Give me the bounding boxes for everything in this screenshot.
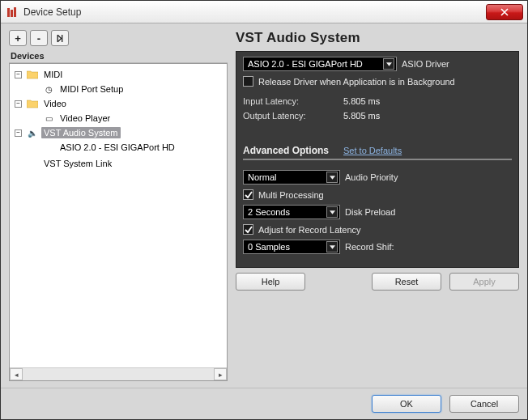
- blank-icon: [43, 142, 54, 153]
- blank-icon: [27, 158, 38, 169]
- help-button[interactable]: Help: [236, 273, 305, 291]
- reset-button[interactable]: Reset: [372, 273, 441, 291]
- close-button[interactable]: [486, 4, 523, 20]
- titlebar: Device Setup: [1, 1, 527, 23]
- collapse-icon[interactable]: −: [15, 71, 22, 78]
- chevron-down-icon: [326, 172, 338, 183]
- record-shift-select[interactable]: 0 Samples: [243, 240, 340, 254]
- ok-button[interactable]: OK: [372, 395, 441, 413]
- input-latency-value: 5.805 ms: [343, 96, 380, 106]
- svg-rect-0: [7, 8, 10, 17]
- tree-node-asio-driver[interactable]: ASIO 2.0 - ESI GIGAPort HD: [31, 142, 177, 153]
- release-driver-checkbox[interactable]: [243, 76, 253, 87]
- folder-icon: [27, 69, 38, 80]
- tree-node-video[interactable]: − Video: [15, 98, 69, 109]
- audio-device-icon: 🔈: [27, 127, 38, 138]
- devices-tree-wrap: − MIDI: [9, 63, 228, 381]
- scroll-right-button[interactable]: ▸: [214, 368, 227, 380]
- tree-node-midi-port-setup[interactable]: ◷ MIDI Port Setup: [31, 83, 126, 95]
- chevron-down-icon: [326, 241, 338, 252]
- panel-button-row: Help Reset Apply: [236, 273, 519, 291]
- tree-node-midi[interactable]: − MIDI: [15, 69, 65, 80]
- advanced-options-title: Advanced Options: [243, 145, 329, 156]
- disk-preload-value: 2 Seconds: [248, 207, 290, 217]
- left-column: + - Devices −: [9, 30, 228, 381]
- chevron-down-icon: [326, 206, 338, 218]
- dialog-footer: OK Cancel: [1, 388, 527, 419]
- scroll-left-button[interactable]: ◂: [10, 368, 23, 380]
- chevron-down-icon: [383, 58, 394, 70]
- advanced-header: Advanced Options Set to Defaults: [243, 145, 512, 160]
- devices-header: Devices: [9, 49, 228, 63]
- devices-tree[interactable]: − MIDI: [10, 64, 227, 367]
- asio-driver-label: ASIO Driver: [402, 59, 449, 69]
- vst-settings-panel: ASIO 2.0 - ESI GIGAPort HD ASIO Driver R…: [236, 51, 519, 268]
- record-shift-label: Record Shif:: [345, 242, 394, 252]
- tree-label: MIDI: [41, 69, 65, 80]
- right-column: VST Audio System ASIO 2.0 - ESI GIGAPort…: [236, 30, 519, 381]
- apply-button: Apply: [449, 273, 519, 291]
- multi-processing-label: Multi Processing: [258, 190, 324, 200]
- remove-device-button[interactable]: -: [30, 30, 48, 46]
- output-latency-label: Output Latency:: [243, 111, 324, 121]
- device-setup-window: Device Setup + - Devices: [0, 0, 528, 420]
- svg-rect-1: [11, 10, 13, 17]
- collapse-icon[interactable]: −: [15, 100, 22, 108]
- plus-icon: +: [15, 32, 21, 45]
- midi-port-icon: ◷: [43, 83, 54, 95]
- adjust-record-latency-label: Adjust for Record Latency: [258, 225, 361, 235]
- asio-driver-select[interactable]: ASIO 2.0 - ESI GIGAPort HD: [243, 57, 397, 71]
- disk-preload-select[interactable]: 2 Seconds: [243, 205, 340, 219]
- tree-label: MIDI Port Setup: [57, 83, 126, 95]
- audio-priority-value: Normal: [248, 172, 276, 182]
- minus-icon: -: [37, 32, 40, 45]
- tree-label: ASIO 2.0 - ESI GIGAPort HD: [57, 142, 177, 153]
- tree-label: VST System Link: [41, 158, 114, 169]
- disk-preload-label: Disk Preload: [345, 207, 395, 217]
- asio-driver-value: ASIO 2.0 - ESI GIGAPort HD: [248, 59, 363, 69]
- tree-h-scrollbar[interactable]: ◂ ▸: [10, 367, 227, 380]
- app-icon: [6, 6, 19, 19]
- folder-icon: [27, 98, 38, 109]
- audio-priority-select[interactable]: Normal: [243, 170, 340, 185]
- output-latency-value: 5.805 ms: [343, 111, 380, 121]
- set-to-defaults-link[interactable]: Set to Defaults: [343, 146, 402, 155]
- video-player-icon: ▭: [43, 112, 54, 124]
- panel-title: VST Audio System: [236, 30, 519, 46]
- scroll-track[interactable]: [23, 368, 214, 380]
- add-device-button[interactable]: +: [9, 30, 27, 46]
- tree-node-vst-audio-system[interactable]: − 🔈 VST Audio System: [15, 127, 121, 138]
- window-title: Device Setup: [23, 6, 486, 18]
- tree-label: Video Player: [57, 112, 113, 124]
- audio-priority-label: Audio Priority: [345, 172, 398, 182]
- input-latency-label: Input Latency:: [243, 96, 324, 106]
- tree-node-vst-system-link[interactable]: VST System Link: [15, 158, 114, 169]
- multi-processing-checkbox[interactable]: [243, 189, 253, 200]
- cancel-button[interactable]: Cancel: [449, 395, 519, 413]
- release-driver-label: Release Driver when Application is in Ba…: [258, 77, 455, 87]
- body: + - Devices −: [1, 23, 527, 388]
- tree-label: VST Audio System: [41, 127, 121, 138]
- adjust-record-latency-checkbox[interactable]: [243, 224, 253, 235]
- collapse-icon[interactable]: −: [15, 129, 22, 137]
- device-toolbar: + -: [9, 30, 228, 46]
- tree-node-video-player[interactable]: ▭ Video Player: [31, 112, 113, 124]
- svg-rect-2: [14, 7, 16, 17]
- tree-label: Video: [41, 98, 69, 109]
- reset-order-button[interactable]: [51, 30, 69, 46]
- record-shift-value: 0 Samples: [248, 242, 290, 252]
